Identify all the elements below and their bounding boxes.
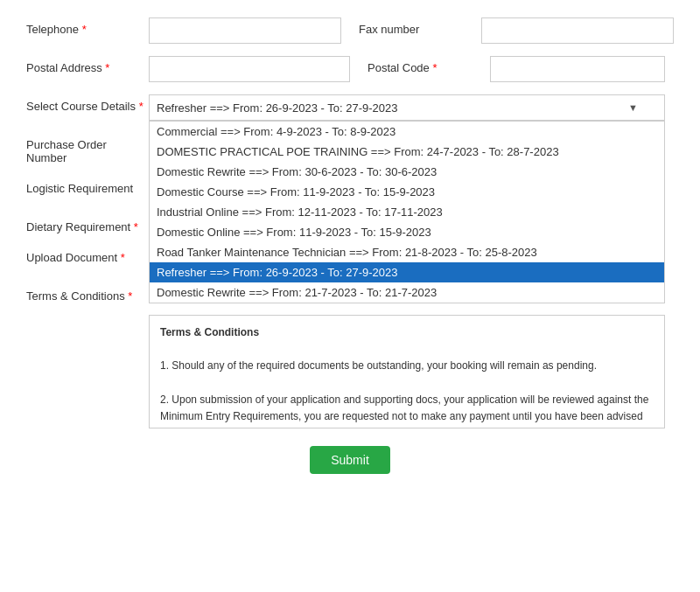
telephone-fax-row: Telephone * Fax number	[26, 17, 674, 44]
course-option-domestic-poe[interactable]: DOMESTIC PRACTICAL POE TRAINING ==> From…	[150, 142, 664, 162]
postal-address-label: Postal Address *	[26, 56, 149, 74]
dietary-label: Dietary Requirement *	[26, 215, 149, 233]
telephone-label: Telephone *	[26, 17, 149, 36]
postal-code-input[interactable]	[490, 56, 665, 82]
course-option-domestic-course[interactable]: Domestic Course ==> From: 11-9-2023 - To…	[150, 182, 664, 202]
fax-label: Fax number	[350, 17, 472, 44]
course-option-domestic-rewrite1[interactable]: Domestic Rewrite ==> From: 30-6-2023 - T…	[150, 162, 664, 182]
postal-row: Postal Address * Postal Code *	[26, 56, 674, 82]
course-option-industrial-online[interactable]: Industrial Online ==> From: 12-11-2023 -…	[150, 202, 664, 222]
logistic-label: Logistic Requirement	[26, 177, 149, 195]
course-dropdown-list: Commercial ==> From: 4-9-2023 - To: 8-9-…	[149, 121, 665, 303]
postal-address-input[interactable]	[149, 56, 350, 82]
telephone-input[interactable]	[149, 17, 341, 44]
purchase-order-label: Purchase Order Number	[26, 133, 149, 164]
course-select-display[interactable]: Refresher ==> From: 26-9-2023 - To: 27-9…	[149, 94, 665, 121]
submit-button[interactable]: Submit	[310, 446, 390, 474]
course-option-road-tanker[interactable]: Road Tanker Maintenance Technician ==> F…	[150, 242, 664, 262]
course-option-refresher[interactable]: Refresher ==> From: 26-9-2023 - To: 27-9…	[150, 262, 664, 282]
course-selected-text: Refresher ==> From: 26-9-2023 - To: 27-9…	[157, 101, 397, 115]
terms-box[interactable]: Terms & Conditions 1. Should any of the …	[149, 315, 665, 428]
chevron-down-icon: ▼	[628, 102, 638, 113]
submit-row: Submit	[26, 446, 674, 474]
course-option-domestic-rewrite2[interactable]: Domestic Rewrite ==> From: 21-7-2023 - T…	[150, 282, 664, 303]
course-option-commercial[interactable]: Commercial ==> From: 4-9-2023 - To: 8-9-…	[150, 122, 664, 142]
postal-fields: Postal Code *	[149, 56, 674, 82]
select-course-row: Select Course Details * Refresher ==> Fr…	[26, 94, 674, 121]
telephone-fax-fields: Fax number	[149, 17, 674, 44]
terms-box-row: Terms & Conditions 1. Should any of the …	[149, 315, 674, 428]
postal-code-label: Postal Code *	[359, 56, 481, 82]
terms-title: Terms & Conditions	[160, 326, 259, 338]
fax-input[interactable]	[481, 17, 674, 44]
course-option-domestic-online[interactable]: Domestic Online ==> From: 11-9-2023 - To…	[150, 222, 664, 242]
terms-line-1: 1. Should any of the required documents …	[160, 359, 597, 372]
select-course-label: Select Course Details *	[26, 94, 149, 113]
terms-line-2: 2. Upon submission of your application a…	[160, 394, 648, 428]
upload-label: Upload Document *	[26, 246, 149, 264]
course-select-wrapper: Refresher ==> From: 26-9-2023 - To: 27-9…	[149, 94, 665, 121]
terms-label: Terms & Conditions *	[26, 284, 149, 303]
